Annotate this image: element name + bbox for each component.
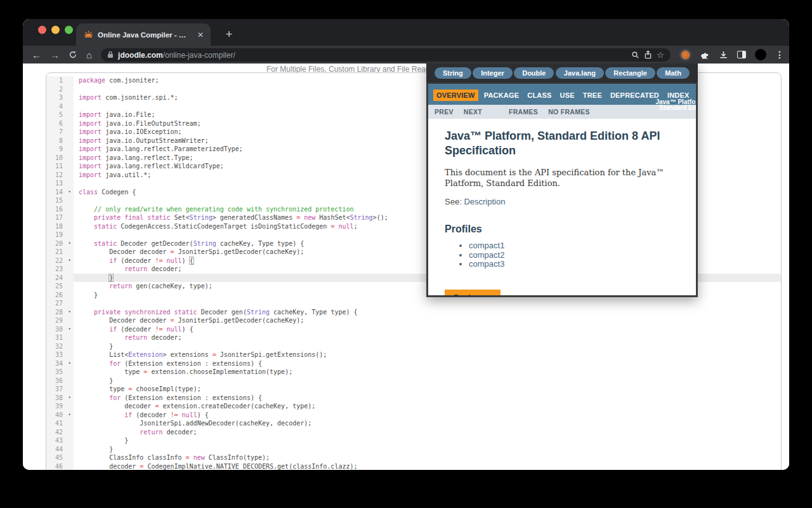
extension-orange-icon[interactable] (679, 49, 691, 61)
code-line-42[interactable]: 42 return decoder; (46, 428, 781, 437)
fold-arrow-icon[interactable]: ▾ (65, 411, 74, 420)
profile-item: compact3 (469, 260, 679, 269)
code-line-28[interactable]: 28▾ private synchronized static Decoder … (46, 308, 781, 317)
code-line-46[interactable]: 46 decoder = CodegenImplNative.NATIVE_DE… (46, 462, 781, 471)
fold-gutter (65, 222, 74, 231)
fold-gutter (65, 205, 74, 214)
code-line-31[interactable]: 31 return decoder; (46, 333, 781, 342)
share-icon[interactable] (644, 50, 652, 59)
home-icon[interactable]: ⌂ (86, 50, 92, 60)
javadoc-content: Java™ Platform, Standard Edition 8 API S… (428, 119, 696, 295)
profile-link-compact1[interactable]: compact1 (469, 241, 504, 250)
profile-link-compact3[interactable]: compact3 (469, 259, 504, 269)
fold-gutter (65, 299, 74, 308)
code-line-43[interactable]: 43 } (46, 436, 781, 445)
line-number: 18 (46, 222, 65, 231)
tab-close-icon[interactable]: ✕ (195, 30, 206, 40)
code-line-34[interactable]: 34▾ for (Extension extension : extension… (46, 359, 781, 368)
browser-tab[interactable]: Online Java Compiler - Online ✕ (76, 23, 211, 46)
code-line-35[interactable]: 35 type = extension.chooseImplementation… (46, 368, 781, 377)
code-text: private synchronized static Decoder gen(… (74, 308, 781, 317)
code-line-37[interactable]: 37 type = chooseImpl(type); (46, 385, 781, 394)
close-window-button[interactable] (38, 26, 46, 34)
fold-arrow-icon[interactable]: ▾ (65, 257, 74, 265)
browser-toolbar: ← → ⌂ jdoodle.com/online-java-compiler/ (23, 46, 789, 64)
line-number: 8 (46, 137, 65, 145)
new-tab-button[interactable]: + (221, 27, 237, 43)
fold-arrow-icon[interactable]: ▾ (65, 308, 74, 317)
javadoc-nav-class[interactable]: CLASS (527, 91, 551, 99)
code-text: type = extension.chooseImplementation(ty… (74, 368, 781, 377)
code-line-30[interactable]: 30▾ if (decoder != null) { (46, 325, 781, 334)
star-icon[interactable]: ☆ (657, 50, 664, 60)
javadoc-nav-package[interactable]: PACKAGE (484, 91, 520, 99)
pill-rectangle[interactable]: Rectangle (605, 67, 655, 79)
code-text: decoder = CodegenImplNative.NATIVE_DECOD… (74, 462, 781, 471)
code-line-39[interactable]: 39 decoder = extension.createDecoder(cac… (46, 402, 781, 411)
pill-math[interactable]: Math (657, 67, 690, 79)
code-text: } (74, 436, 781, 445)
line-number: 10 (46, 154, 65, 163)
zoom-window-button[interactable] (65, 26, 73, 34)
download-icon[interactable] (719, 50, 728, 60)
fold-gutter (65, 282, 74, 291)
profile-item: compact1 (469, 241, 679, 251)
fold-gutter (65, 436, 74, 445)
line-number: 22 (46, 257, 65, 265)
minimize-window-button[interactable] (51, 26, 60, 34)
fold-gutter (65, 368, 74, 377)
fold-gutter (65, 196, 74, 205)
code-line-36[interactable]: 36 } (46, 377, 781, 385)
menu-icon[interactable]: ⋮ (775, 50, 784, 60)
fold-arrow-icon[interactable]: ▾ (65, 239, 74, 248)
extensions-puzzle-icon[interactable] (700, 50, 710, 60)
profiles-heading: Profiles (445, 224, 679, 235)
javadoc-subnav-prev[interactable]: PREV (435, 108, 454, 116)
code-line-41[interactable]: 41 JsoniterSpi.addNewDecoder(cacheKey, d… (46, 419, 781, 428)
javadoc-subnav-frames[interactable]: FRAMES (509, 108, 538, 116)
code-line-27[interactable]: 27 (46, 299, 781, 308)
profile-link-compact2[interactable]: compact2 (469, 250, 504, 260)
line-number: 5 (46, 110, 65, 119)
sidebar-icon[interactable] (737, 51, 746, 58)
line-number: 13 (46, 179, 65, 188)
pill-double[interactable]: Double (514, 67, 554, 79)
tab-title: Online Java Compiler - Online (98, 31, 191, 39)
pill-string[interactable]: String (435, 67, 471, 79)
code-text: List<Extension> extensions = JsoniterSpi… (74, 351, 781, 359)
code-line-33[interactable]: 33 List<Extension> extensions = Jsoniter… (46, 351, 781, 359)
code-line-40[interactable]: 40▾ if (decoder != null) { (46, 411, 781, 420)
fold-gutter (65, 85, 74, 94)
code-text: if (decoder != null) { (74, 325, 781, 334)
back-icon[interactable]: ← (32, 50, 41, 60)
code-line-38[interactable]: 38▾ for (Extension extension : extension… (46, 394, 781, 403)
window-controls (38, 26, 73, 34)
code-line-44[interactable]: 44 } (46, 445, 781, 454)
javadoc-nav-tree[interactable]: TREE (583, 91, 602, 99)
javadoc-subnav-next[interactable]: NEXT (464, 108, 482, 116)
code-line-45[interactable]: 45 ClassInfo classInfo = new ClassInfo(t… (46, 453, 781, 462)
javadoc-nav-overview[interactable]: OVERVIEW (433, 90, 478, 101)
fold-arrow-icon[interactable]: ▾ (65, 325, 74, 334)
url-bar[interactable]: jdoodle.com/online-java-compiler/ ☆ (101, 48, 671, 62)
code-line-29[interactable]: 29 Decoder decoder = JsoniterSpi.getDeco… (46, 316, 781, 325)
line-number: 36 (46, 377, 65, 385)
pill-integer[interactable]: Integer (473, 67, 513, 79)
javadoc-subnav-no-frames[interactable]: NO FRAMES (548, 108, 590, 116)
javadoc-nav-use[interactable]: USE (560, 91, 575, 99)
forward-icon[interactable]: → (50, 50, 60, 60)
profile-avatar[interactable] (755, 49, 766, 60)
platform-edition-label: Java™ Platform Standard Ed. 8 (655, 99, 698, 110)
fold-arrow-icon[interactable]: ▾ (65, 188, 74, 197)
line-number: 12 (46, 171, 65, 180)
fold-arrow-icon[interactable]: ▾ (65, 394, 74, 403)
reload-icon[interactable] (69, 50, 77, 59)
description-link[interactable]: Description (464, 197, 505, 206)
search-icon[interactable] (631, 51, 639, 59)
code-line-32[interactable]: 32 } (46, 342, 781, 351)
javadoc-nav-deprecated[interactable]: DEPRECATED (610, 91, 659, 99)
pill-java-lang[interactable]: Java.lang (556, 67, 604, 79)
fold-arrow-icon[interactable]: ▾ (65, 359, 74, 368)
fold-gutter (65, 76, 74, 85)
fold-gutter (65, 402, 74, 411)
